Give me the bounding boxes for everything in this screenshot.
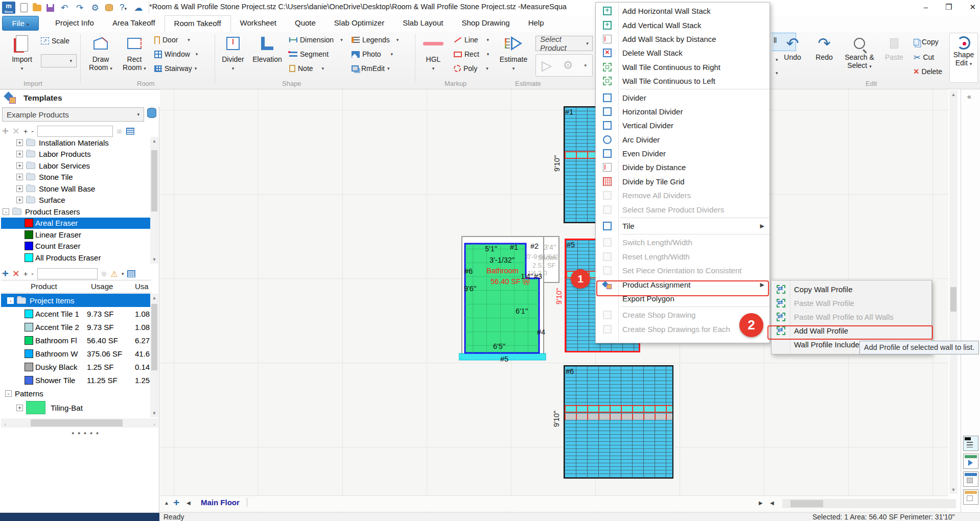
window-button[interactable]: Window▾ [154,48,198,60]
help-icon[interactable]: ?▾ [118,3,128,13]
context-menu-item[interactable]: Vertical Divider ▶ [596,119,769,132]
scale-combobox[interactable]: ▾ [41,54,77,67]
context-menu-item[interactable]: Horizontal Divider ▶ [596,105,769,119]
clear-product-search-icon[interactable]: ⊗ [101,270,107,278]
add-floor-icon[interactable]: + [173,496,179,509]
covered-dropdown-icon-2[interactable]: ▾ [776,70,778,76]
close-button[interactable]: ✕ [969,3,976,12]
door-button[interactable]: Door▾ [154,34,190,46]
product-row[interactable]: Accent Tile 2 9.73 SF 1.08 [1,320,151,334]
catalog-database-icon[interactable] [147,108,156,118]
scroll-left-icon[interactable]: ◀ [770,500,774,506]
expand-icon[interactable]: + [24,127,28,135]
settings-gear-icon[interactable]: ⚙ [90,3,100,13]
collapse-icon[interactable]: - [31,127,34,135]
view-detail-button[interactable] [963,471,978,487]
ribbon-tab[interactable]: Worksheet [231,15,286,32]
add-product-icon[interactable]: + [2,267,9,280]
panel-drag-handle[interactable]: ● ● ● ● ● [72,431,100,436]
redo-button[interactable]: ↷ Redo [810,35,838,61]
ribbon-tab[interactable]: Help [519,15,553,32]
tree-item[interactable]: Areal Eraser [1,218,150,229]
patterns-group-row[interactable]: - Patterns [1,387,151,400]
sidebar-hscrollbar[interactable]: ‹› [1,418,158,428]
sheet-up-icon[interactable]: ▲ [164,500,169,506]
tree-item[interactable]: + Stone Tile [1,172,150,183]
warning-icon[interactable]: ⚠ [111,269,118,279]
product-row[interactable]: Shower Tile 11.25 SF 1.25 [1,373,151,387]
ribbon-tab[interactable]: Area Takeoff [103,15,165,32]
dimension-button[interactable]: Dimension▾ [289,34,343,46]
product-row[interactable]: Dusky Black 1.25 SF 0.14 [1,360,151,373]
database-icon[interactable] [105,4,113,11]
context-menu-item[interactable]: Arc Divider ▶ [596,133,769,147]
tree-expand-icon[interactable]: + [16,151,23,157]
submenu-item[interactable]: Paste Wall Profile [772,296,931,310]
ribbon-tab[interactable]: Quote [286,15,325,32]
file-menu-button[interactable]: File ▾ [2,16,39,31]
product-row[interactable]: Bathroom Fl 56.40 SF 6.27 [1,334,151,347]
submenu-item[interactable]: Paste Wall Profile to All Walls [772,310,931,324]
prev-floor-icon[interactable]: ◀ [186,500,191,506]
col-product[interactable]: Product [31,282,57,291]
tree-item[interactable]: Count Eraser [1,241,150,252]
warning-dropdown-icon[interactable]: ▾ [122,271,124,276]
floor-tab-main-floor[interactable]: Main Floor [201,498,247,507]
patterns-collapse-icon[interactable]: - [5,390,12,397]
legends-button[interactable]: Legends▾ [352,34,399,46]
import-button[interactable]: Import▾ [7,33,37,72]
tree-item[interactable]: + Labor Products [1,149,150,160]
submenu-item[interactable]: Copy Wall Profile [772,282,931,296]
grid-view-icon[interactable] [126,128,134,135]
context-menu-item[interactable]: Wall Tile Continuous to Right ▶ [596,60,769,74]
context-menu-item[interactable]: Add Vertical Wall Stack ▶ [596,18,769,32]
shape-edit-button[interactable]: ShapeEdit ▾ [949,33,978,83]
tree-expand-icon[interactable]: + [16,197,23,203]
product-row[interactable]: Bathroom W 375.06 SF 41.6 [1,347,151,360]
segment-button[interactable]: Segment [289,48,329,60]
canvas-vscrollbar[interactable]: ▲▼ [949,90,958,494]
pattern-row[interactable]: + Tiling-Bat [1,400,151,415]
note-button[interactable]: Note▾ [289,62,324,75]
remove-item-icon[interactable]: ✕ [12,126,20,137]
tree-expand-icon[interactable]: - [3,208,9,215]
product-row[interactable]: Accent Tile 1 9.73 SF 1.08 [1,307,151,320]
draw-room-button[interactable]: Draw Room ▾ [85,33,116,72]
poly-button[interactable]: Poly▾ [454,62,488,75]
photo-button[interactable]: Photo▾ [352,48,393,60]
context-menu-item[interactable]: Remove All Dividers ▶ [596,188,769,202]
wall-elevation-6[interactable] [564,365,673,479]
context-menu-item[interactable]: Even Divider ▶ [596,147,769,160]
copy-button[interactable]: Copy [914,36,939,48]
save-icon[interactable] [46,4,54,12]
rmedit-button[interactable]: RmEdit▾ [352,62,389,75]
tree-item[interactable]: All Products Eraser [1,252,150,264]
rect-room-button[interactable]: Rect Room ▾ [119,33,150,72]
cloud-icon[interactable]: ☁ [133,3,144,13]
rect-markup-button[interactable]: Rect▾ [454,48,489,60]
table-scrollbar[interactable]: ▲▼ [150,294,158,417]
tree-expand-icon[interactable]: + [16,139,23,146]
expand-products-icon[interactable]: + [24,270,28,278]
scale-button[interactable]: ↗ Scale [41,35,69,47]
elevation-button[interactable]: Elevation [250,33,284,63]
ribbon-tab[interactable]: Room Takeoff [165,15,231,32]
tree-item[interactable]: + Stone Wall Base [1,183,150,195]
view-play-button[interactable] [963,454,978,469]
tree-item[interactable]: - Product Erasers [1,206,150,218]
tree-expand-icon[interactable]: + [16,185,23,192]
context-menu-item[interactable]: Select Same Product Dividers ▶ [596,202,769,216]
project-items-group-row[interactable]: - Project Items [1,294,151,307]
undo-button[interactable]: ↶ Undo [779,35,806,61]
canvas-hscrollbar[interactable] [782,499,956,508]
col-usage2[interactable]: Usa [135,282,149,291]
clear-search-icon[interactable]: ⊗ [116,127,123,135]
ribbon-tab[interactable]: Project Info [46,15,103,32]
new-file-icon[interactable] [20,3,28,12]
delete-button[interactable]: ×Delete [914,65,942,78]
context-menu-item[interactable]: Wall Tile Continuous to Left ▶ [596,74,769,88]
line-button[interactable]: Line▾ [454,34,489,46]
open-file-icon[interactable] [33,5,41,11]
redo-icon[interactable]: ↷ [75,3,85,13]
context-menu-item[interactable]: Divide by Tile Grid ▶ [596,175,769,188]
